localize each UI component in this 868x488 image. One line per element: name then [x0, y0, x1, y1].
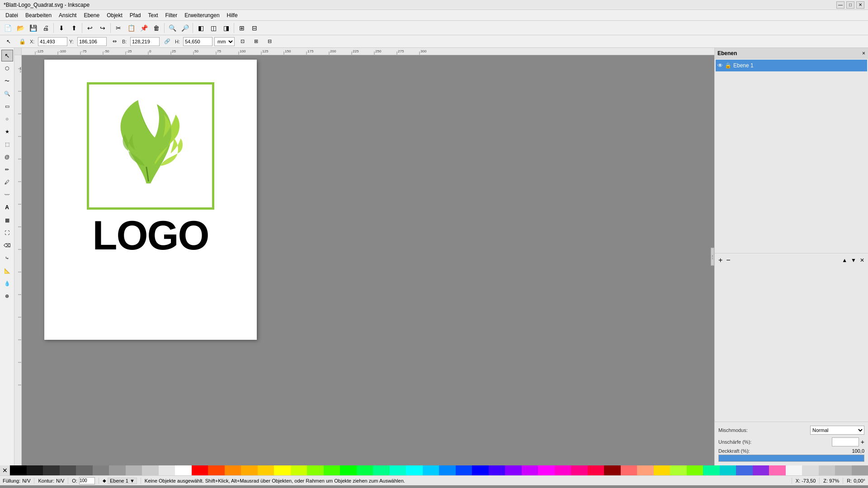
color-swatch-27[interactable] — [456, 465, 472, 475]
color-swatch-30[interactable] — [505, 465, 522, 475]
color-swatch-19[interactable] — [324, 465, 340, 475]
paste-button[interactable]: 📌 — [138, 22, 150, 34]
x-input[interactable] — [38, 37, 67, 46]
dropper-tool[interactable]: 💧 — [1, 277, 13, 289]
color-swatch-17[interactable] — [291, 465, 307, 475]
color-swatch-10[interactable] — [175, 465, 192, 475]
export-button[interactable]: ⬆ — [68, 22, 80, 34]
color-swatch-13[interactable] — [225, 465, 241, 475]
layer-up-button[interactable]: ▲ — [842, 257, 847, 263]
import-button[interactable]: ⬇ — [56, 22, 67, 34]
color-swatch-11[interactable] — [192, 465, 208, 475]
flip-h-button[interactable]: ⇔ — [108, 36, 120, 47]
layers-panel-close[interactable]: × — [862, 50, 865, 56]
lock-size-button[interactable]: 🔗 — [161, 36, 173, 47]
undo-button[interactable]: ↩ — [84, 22, 96, 34]
canvas-area[interactable]: -125 -100 -75 -50 -25 0 25 50 75 — [14, 48, 714, 465]
layer-item[interactable]: 👁 🔒 Ebene 1 — [716, 60, 867, 71]
menu-item-ebene[interactable]: Ebene — [80, 11, 103, 19]
menu-item-erweiterungen[interactable]: Erweiterungen — [181, 11, 223, 19]
minimize-button[interactable]: — — [836, 1, 844, 9]
maximize-button[interactable]: □ — [846, 1, 854, 9]
opacity-bar[interactable] — [718, 455, 864, 462]
color-swatch-29[interactable] — [489, 465, 505, 475]
layer-down-button[interactable]: ▼ — [851, 257, 856, 263]
tweak-tool[interactable]: 〜 — [1, 75, 13, 87]
color-swatch-36[interactable] — [604, 465, 621, 475]
menu-item-hilfe[interactable]: Hilfe — [223, 11, 241, 19]
copy-button[interactable]: 📋 — [125, 22, 137, 34]
color-swatch-33[interactable] — [555, 465, 571, 475]
panel-divider[interactable]: ⋮ — [711, 248, 714, 266]
color-swatch-4[interactable] — [76, 465, 93, 475]
color-swatch-42[interactable] — [703, 465, 720, 475]
zoom-in-button[interactable]: 🔍 — [166, 22, 178, 34]
zoom-tool2[interactable]: ⊕ — [1, 290, 13, 302]
layer-eye-icon[interactable]: 👁 — [717, 62, 723, 69]
y-input[interactable] — [77, 37, 107, 46]
color-swatch-38[interactable] — [637, 465, 654, 475]
menu-item-pfad[interactable]: Pfad — [126, 11, 145, 19]
color-swatch-21[interactable] — [357, 465, 373, 475]
fill-tool[interactable]: ⛶ — [1, 227, 13, 239]
color-swatch-1[interactable] — [27, 465, 43, 475]
menu-item-datei[interactable]: Datei — [2, 11, 22, 19]
align-left-button[interactable]: ◧ — [195, 22, 207, 34]
color-swatch-41[interactable] — [687, 465, 703, 475]
color-swatch-46[interactable] — [769, 465, 786, 475]
color-swatch-44[interactable] — [736, 465, 753, 475]
transform-btn3[interactable]: ⊟ — [264, 36, 275, 47]
print-button[interactable]: 🖨 — [40, 22, 52, 34]
color-swatch-22[interactable] — [373, 465, 390, 475]
add-layer-button[interactable]: + — [718, 256, 722, 264]
unschaerfe-input[interactable] — [832, 437, 859, 446]
group-button[interactable]: ⊞ — [236, 22, 248, 34]
color-swatch-43[interactable] — [720, 465, 736, 475]
color-swatch-0[interactable] — [10, 465, 27, 475]
color-swatch-32[interactable] — [538, 465, 555, 475]
save-button[interactable]: 💾 — [27, 22, 39, 34]
color-swatch-51[interactable] — [852, 465, 868, 475]
redo-button[interactable]: ↪ — [97, 22, 108, 34]
calligraphy-tool[interactable]: 〰 — [1, 189, 13, 201]
color-swatch-34[interactable] — [571, 465, 588, 475]
connector-tool[interactable]: ⤷ — [1, 252, 13, 264]
color-swatch-31[interactable] — [522, 465, 538, 475]
zoom-out-button[interactable]: 🔎 — [179, 22, 191, 34]
unschaerfe-add-button[interactable]: + — [861, 438, 864, 446]
color-swatch-3[interactable] — [60, 465, 76, 475]
color-swatch-7[interactable] — [126, 465, 142, 475]
transform-btn1[interactable]: ⊡ — [236, 36, 248, 47]
color-swatch-2[interactable] — [43, 465, 60, 475]
remove-layer-button[interactable]: − — [726, 256, 730, 264]
lock-ratio-button[interactable]: 🔒 — [16, 36, 28, 47]
cut-button[interactable]: ✂ — [113, 22, 124, 34]
menu-item-filter[interactable]: Filter — [162, 11, 181, 19]
delete-button[interactable]: 🗑 — [151, 22, 162, 34]
layer-lock-icon[interactable]: 🔒 — [725, 62, 731, 69]
color-swatch-18[interactable] — [307, 465, 324, 475]
color-swatch-48[interactable] — [802, 465, 819, 475]
unit-select[interactable]: mm px pt cm in — [214, 37, 235, 46]
select-tool[interactable]: ↖ — [1, 50, 13, 61]
color-swatch-39[interactable] — [654, 465, 670, 475]
align-right-button[interactable]: ◨ — [220, 22, 232, 34]
transform-btn2[interactable]: ⊞ — [250, 36, 262, 47]
node-tool[interactable]: ⬡ — [1, 62, 13, 74]
rect-tool[interactable]: ▭ — [1, 100, 13, 112]
opacity-input[interactable] — [79, 477, 95, 484]
align-center-button[interactable]: ◫ — [208, 22, 219, 34]
color-swatch-25[interactable] — [423, 465, 439, 475]
color-swatch-6[interactable] — [109, 465, 126, 475]
star-tool[interactable]: ★ — [1, 126, 13, 137]
layer-settings-button[interactable]: ✕ — [860, 257, 864, 263]
color-swatch-49[interactable] — [819, 465, 835, 475]
pen-tool[interactable]: 🖊 — [1, 176, 13, 188]
color-swatch-40[interactable] — [670, 465, 687, 475]
color-swatch-50[interactable] — [835, 465, 852, 475]
color-swatch-5[interactable] — [93, 465, 109, 475]
mischmode-select[interactable]: Normal Multiply Screen Overlay — [810, 426, 864, 435]
eraser-tool[interactable]: ⌫ — [1, 239, 13, 251]
pencil-tool[interactable]: ✏ — [1, 164, 13, 175]
color-swatch-47[interactable] — [786, 465, 802, 475]
